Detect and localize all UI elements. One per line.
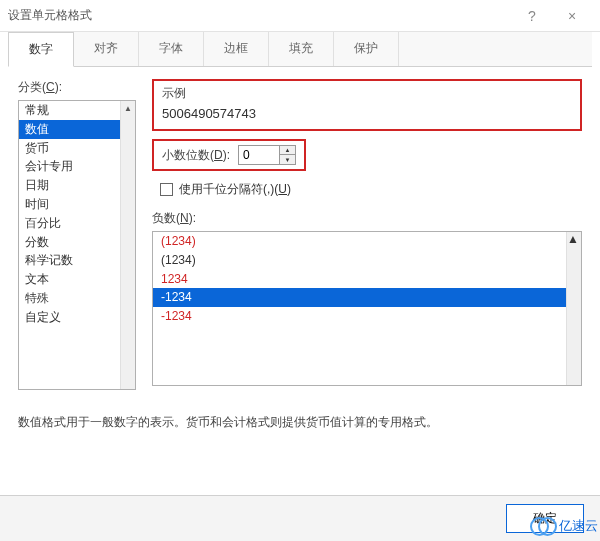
- window-title: 设置单元格格式: [8, 7, 512, 24]
- example-label: 示例: [154, 85, 580, 104]
- tab-font[interactable]: 字体: [139, 32, 204, 66]
- help-button[interactable]: ?: [512, 0, 552, 32]
- negative-scrollbar[interactable]: ▲: [566, 232, 581, 385]
- category-item-time[interactable]: 时间: [19, 195, 135, 214]
- decimals-label: 小数位数(D):: [162, 147, 230, 164]
- close-button[interactable]: ×: [552, 0, 592, 32]
- tab-number[interactable]: 数字: [8, 32, 74, 67]
- settings-column: 示例 5006490574743 小数位数(D): ▲ ▼ 使用千位分隔符(,)…: [152, 79, 582, 390]
- category-item-text[interactable]: 文本: [19, 270, 135, 289]
- negative-item[interactable]: (1234): [153, 251, 581, 270]
- button-bar: 确定: [0, 495, 600, 541]
- category-item-percentage[interactable]: 百分比: [19, 214, 135, 233]
- category-item-date[interactable]: 日期: [19, 176, 135, 195]
- category-item-custom[interactable]: 自定义: [19, 308, 135, 327]
- tab-protection[interactable]: 保护: [334, 32, 399, 66]
- thousands-label: 使用千位分隔符(,)(U): [179, 181, 291, 198]
- format-description: 数值格式用于一般数字的表示。货币和会计格式则提供货币值计算的专用格式。: [0, 402, 600, 443]
- decimals-box: 小数位数(D): ▲ ▼: [152, 139, 306, 171]
- negative-item[interactable]: (1234): [153, 232, 581, 251]
- category-column: 分类(C): 常规 数值 货币 会计专用 日期 时间 百分比 分数 科学记数 文…: [18, 79, 136, 390]
- category-item-currency[interactable]: 货币: [19, 139, 135, 158]
- category-item-special[interactable]: 特殊: [19, 289, 135, 308]
- tab-strip: 数字 对齐 字体 边框 填充 保护: [8, 32, 592, 67]
- tab-fill[interactable]: 填充: [269, 32, 334, 66]
- spinner-down-icon[interactable]: ▼: [280, 155, 295, 164]
- example-box: 示例 5006490574743: [152, 79, 582, 131]
- category-item-number[interactable]: 数值: [19, 120, 135, 139]
- category-item-fraction[interactable]: 分数: [19, 233, 135, 252]
- thousands-checkbox[interactable]: [160, 183, 173, 196]
- category-item-scientific[interactable]: 科学记数: [19, 251, 135, 270]
- titlebar: 设置单元格格式 ? ×: [0, 0, 600, 32]
- negative-item[interactable]: 1234: [153, 270, 581, 289]
- category-list[interactable]: 常规 数值 货币 会计专用 日期 时间 百分比 分数 科学记数 文本 特殊 自定…: [18, 100, 136, 390]
- tab-border[interactable]: 边框: [204, 32, 269, 66]
- ok-button[interactable]: 确定: [506, 504, 584, 533]
- spinner-up-icon[interactable]: ▲: [280, 146, 295, 155]
- negative-label: 负数(N):: [152, 210, 582, 227]
- category-scrollbar[interactable]: ▲: [120, 101, 135, 389]
- thousands-row: 使用千位分隔符(,)(U): [152, 181, 582, 198]
- category-label: 分类(C):: [18, 79, 136, 96]
- negative-item[interactable]: -1234: [153, 288, 581, 307]
- scroll-up-icon[interactable]: ▲: [567, 232, 581, 246]
- tab-alignment[interactable]: 对齐: [74, 32, 139, 66]
- category-item-general[interactable]: 常规: [19, 101, 135, 120]
- decimals-input[interactable]: [239, 146, 279, 164]
- content-area: 分类(C): 常规 数值 货币 会计专用 日期 时间 百分比 分数 科学记数 文…: [0, 67, 600, 402]
- category-item-accounting[interactable]: 会计专用: [19, 157, 135, 176]
- example-value: 5006490574743: [154, 104, 580, 123]
- negative-item[interactable]: -1234: [153, 307, 581, 326]
- decimals-spinner[interactable]: ▲ ▼: [238, 145, 296, 165]
- scroll-up-icon[interactable]: ▲: [121, 101, 135, 116]
- negative-list[interactable]: (1234) (1234) 1234 -1234 -1234 ▲: [152, 231, 582, 386]
